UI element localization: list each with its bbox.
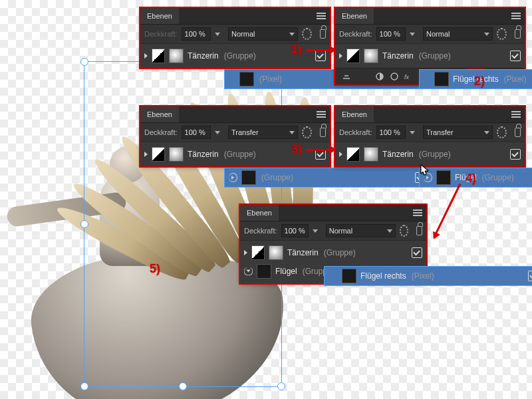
opacity-label: Deckkraft: <box>244 227 277 235</box>
mask-thumb <box>152 147 165 162</box>
lock-icon[interactable] <box>416 226 422 235</box>
group-layers-button[interactable] <box>469 70 483 83</box>
layers-tab[interactable]: Ebenen <box>335 106 374 122</box>
svg-point-1 <box>391 73 398 80</box>
layer-thumb <box>364 147 378 162</box>
layers-panel-5: Ebenen Deckkraft: 100 % Normal Tänzerin … <box>240 205 426 283</box>
panel-menu-icon[interactable] <box>511 13 521 19</box>
disclosure-triangle-icon[interactable] <box>339 152 342 157</box>
mask-thumb <box>346 147 360 162</box>
chevron-down-icon <box>289 33 295 36</box>
layers-tab[interactable]: Ebenen <box>335 8 374 24</box>
layers-panel-footer: fx <box>335 68 525 84</box>
blend-mode-select[interactable]: Normal <box>423 27 493 41</box>
blend-mode-select[interactable]: Transfer <box>423 126 493 139</box>
layer-thumb <box>364 49 378 63</box>
link-icon[interactable] <box>489 70 502 82</box>
chevron-down-icon[interactable] <box>313 229 318 233</box>
layers-panel-2: Ebenen Deckkraft: 100 % Normal Flügel re… <box>335 8 525 84</box>
svg-rect-3 <box>473 74 478 79</box>
opacity-label: Deckkraft: <box>144 128 178 136</box>
visibility-toggle[interactable] <box>412 266 422 277</box>
opacity-label: Deckkraft: <box>339 128 372 136</box>
gear-icon[interactable] <box>400 225 409 237</box>
layers-panel-1: Ebenen Deckkraft: 100 % Normal (Pixel) T… <box>140 8 330 68</box>
layers-panel-4: Ebenen Deckkraft: 100 % Transfer Flügel … <box>335 106 525 166</box>
blend-mode-select[interactable]: Normal <box>228 27 298 41</box>
panel-menu-icon[interactable] <box>317 111 326 118</box>
layer-row-taenzerin[interactable]: Tänzerin (Gruppe) <box>140 47 330 65</box>
adjust-icon[interactable] <box>375 72 384 81</box>
visibility-toggle[interactable] <box>510 149 521 160</box>
panel-menu-icon[interactable] <box>317 13 326 19</box>
layer-thumb <box>257 264 271 279</box>
lock-icon[interactable] <box>320 29 327 39</box>
chevron-down-icon[interactable] <box>410 131 415 134</box>
visibility-toggle[interactable] <box>412 247 422 258</box>
fx-icon[interactable]: fx <box>404 72 414 81</box>
opacity-label: Deckkraft: <box>339 30 372 38</box>
layer-row-taenzerin[interactable]: Tänzerin (Gruppe) <box>240 243 426 262</box>
visibility-toggle[interactable] <box>315 51 326 61</box>
lock-icon[interactable] <box>515 29 521 39</box>
layers-tab[interactable]: Ebenen <box>240 205 279 221</box>
opacity-value[interactable]: 100 % <box>376 126 406 139</box>
disclosure-triangle-icon[interactable] <box>144 53 148 59</box>
layers-tab[interactable]: Ebenen <box>140 106 179 122</box>
mask-thumb <box>251 245 265 260</box>
layers-tab[interactable]: Ebenen <box>140 8 179 24</box>
chevron-down-icon[interactable] <box>215 33 220 36</box>
opacity-value[interactable]: 100 % <box>182 126 211 139</box>
opacity-value[interactable]: 100 % <box>182 27 211 41</box>
lock-icon[interactable] <box>320 128 327 137</box>
layer-thumb <box>169 49 184 63</box>
mask-thumb <box>346 49 360 63</box>
mask-icon[interactable] <box>390 72 399 81</box>
opacity-value[interactable]: 100 % <box>376 27 406 41</box>
chevron-down-icon[interactable] <box>410 33 415 36</box>
merge-icon[interactable] <box>342 72 351 81</box>
mask-thumb <box>152 49 165 63</box>
layer-row-taenzerin[interactable]: Tänzerin (Gruppe) <box>335 47 525 65</box>
panel-menu-icon[interactable] <box>511 111 521 118</box>
chevron-down-icon[interactable] <box>215 131 220 134</box>
disclosure-triangle-icon[interactable] <box>144 152 148 157</box>
disclosure-triangle-icon[interactable] <box>339 53 342 59</box>
gear-icon[interactable] <box>497 28 507 40</box>
visibility-toggle[interactable] <box>510 51 521 61</box>
layer-row-taenzerin[interactable]: Tänzerin (Gruppe) <box>140 145 330 164</box>
gear-icon[interactable] <box>302 28 312 40</box>
layer-row-taenzerin[interactable]: Tänzerin (Gruppe) <box>335 145 525 164</box>
opacity-value[interactable]: 100 % <box>281 224 309 237</box>
disclosure-circle-open-icon[interactable] <box>244 267 253 276</box>
svg-rect-4 <box>474 73 479 78</box>
lock-icon[interactable] <box>515 128 521 137</box>
blend-mode-select[interactable]: Transfer <box>228 126 298 139</box>
layer-row-fluegel[interactable]: Flügel (Gruppe) <box>240 262 426 281</box>
gear-icon[interactable] <box>497 126 507 138</box>
chevron-down-icon <box>484 33 489 36</box>
layers-panel-3: Ebenen Deckkraft: 100 % Transfer (Gruppe… <box>140 106 330 166</box>
opacity-label: Deckkraft: <box>144 30 178 38</box>
panel-menu-icon[interactable] <box>413 209 422 216</box>
chevron-down-icon <box>289 131 295 134</box>
chevron-down-icon <box>484 131 489 134</box>
layer-thumb <box>169 147 184 162</box>
disclosure-triangle-icon[interactable] <box>244 250 247 255</box>
visibility-toggle[interactable] <box>315 149 326 160</box>
blend-mode-select[interactable]: Normal <box>326 224 396 237</box>
gear-icon[interactable] <box>302 126 312 138</box>
trash-icon[interactable] <box>507 70 521 82</box>
svg-text:fx: fx <box>404 74 410 80</box>
layer-thumb <box>269 245 283 260</box>
chevron-down-icon <box>387 229 392 233</box>
funnel-icon[interactable] <box>419 72 428 81</box>
